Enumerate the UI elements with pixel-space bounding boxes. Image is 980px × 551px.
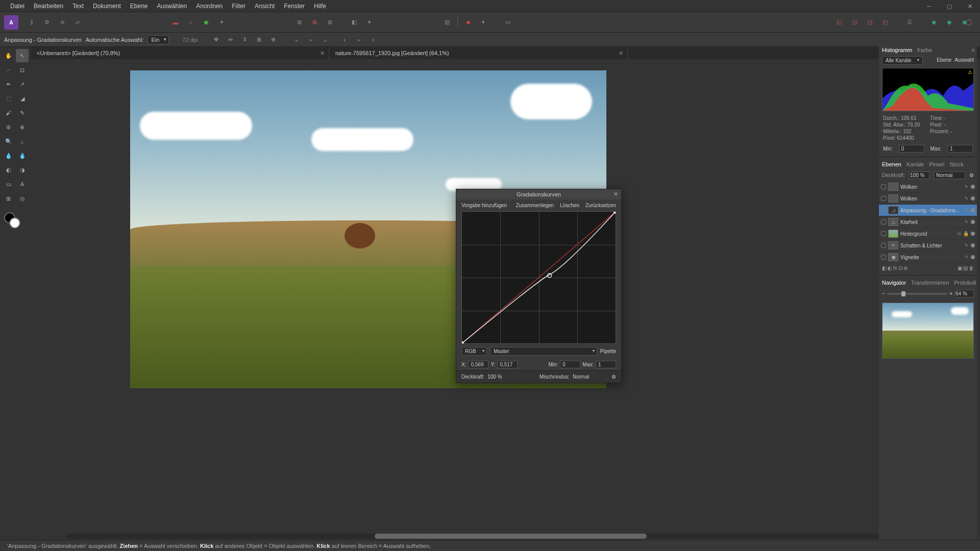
channel-dropdown[interactable]: Alle Kanäle <box>882 56 923 65</box>
layer-dot-icon[interactable] <box>971 243 975 247</box>
blur-tool[interactable]: 💧 <box>16 149 29 162</box>
persona-photo-icon[interactable]: ⟫ <box>24 15 39 30</box>
delete-button[interactable]: Löschen <box>560 203 579 208</box>
align-top-icon[interactable]: ⫞ <box>339 35 350 45</box>
persona-liquify-icon[interactable]: ⚙ <box>40 15 54 30</box>
layer-link-icon[interactable]: ⊕ <box>903 265 908 271</box>
move-tool[interactable]: ↖ <box>16 49 29 62</box>
flip-h-icon[interactable]: ⇔ <box>225 35 235 45</box>
align-middle-icon[interactable]: ⫟ <box>354 35 364 45</box>
close-tab-icon[interactable]: ✕ <box>619 50 623 57</box>
menu-fenster[interactable]: Fenster <box>284 3 305 10</box>
visibility-icon[interactable] <box>881 231 886 236</box>
tab-pinsel[interactable]: Pinsel <box>929 161 944 167</box>
marquee-tool[interactable]: ⬚ <box>2 92 15 105</box>
lasso-tool[interactable]: ⟋ <box>2 63 15 77</box>
layer-row[interactable]: ◼ Vignette ✎ <box>879 252 977 263</box>
link-auswahl[interactable]: Auswahl <box>954 57 974 63</box>
dropdown-icon[interactable]: ▾ <box>362 15 377 30</box>
edit-icon[interactable]: ✎ <box>965 208 969 213</box>
menu-bearbeiten[interactable]: Bearbeiten <box>34 3 63 10</box>
curve-min-input[interactable] <box>560 361 580 368</box>
grid-alt-icon[interactable]: ⊞ <box>323 15 337 30</box>
swatch-red-icon[interactable]: ▬ <box>168 15 183 30</box>
layer-mask-icon[interactable]: ◧ <box>882 265 887 271</box>
pencil-tool[interactable]: ✎ <box>16 106 29 119</box>
layer-adjust-icon[interactable]: ◐ <box>888 265 892 271</box>
tab-ebenen[interactable]: Ebenen <box>882 161 901 167</box>
dialog-close-icon[interactable]: ✕ <box>614 191 618 197</box>
menu-ansicht[interactable]: Ansicht <box>255 3 275 10</box>
curves-graph[interactable] <box>461 211 616 344</box>
layer-dot-icon[interactable] <box>971 185 975 189</box>
gear-icon[interactable]: ⚙ <box>969 172 974 178</box>
camera-icon[interactable]: ▭ <box>501 15 515 30</box>
dodge-tool[interactable]: ◑ <box>16 163 29 177</box>
layer-add-icon[interactable]: ▤ <box>963 265 968 271</box>
minimize-button[interactable]: ─ <box>919 0 939 12</box>
tab-doc2[interactable]: nature-7595617_1920.jpg [Geändert] (64,1… <box>329 47 628 59</box>
chevron-down-icon[interactable]: ▾ <box>476 15 491 30</box>
arrange-4-icon[interactable]: ◰ <box>878 15 892 30</box>
edit-icon[interactable]: ✎ <box>965 184 969 189</box>
min-input[interactable] <box>899 145 924 153</box>
zoom-tool[interactable]: 🔍 <box>2 135 15 148</box>
persona-export-icon[interactable]: ▱ <box>70 15 85 30</box>
grid-off-icon[interactable]: ⊞ <box>307 15 322 30</box>
order-2-icon[interactable]: ◉ <box>942 15 957 30</box>
blend-select[interactable]: Normal <box>573 374 608 380</box>
visibility-icon[interactable] <box>881 208 886 213</box>
maximize-button[interactable]: ▢ <box>939 0 960 12</box>
crop-tool[interactable]: ⊡ <box>16 63 29 77</box>
edit-icon[interactable]: ✎ <box>965 255 969 260</box>
color-wheel-icon[interactable]: ◉ <box>199 15 213 30</box>
app-logo-icon[interactable]: A <box>4 15 18 30</box>
layer-dot-icon[interactable] <box>971 232 975 236</box>
auto-select-dropdown[interactable]: Ein <box>148 35 169 44</box>
fx-icon[interactable]: fx <box>958 231 961 236</box>
gear-icon[interactable]: ⚙ <box>611 374 616 380</box>
crop-tool-icon[interactable]: ▥ <box>440 15 454 30</box>
x-input[interactable] <box>468 361 488 368</box>
shape-tool[interactable]: ▭ <box>2 178 15 191</box>
target-icon[interactable]: ⊕ <box>268 35 278 45</box>
mask-icon[interactable]: ◧ <box>347 15 361 30</box>
add-preset-button[interactable]: Vorgabe hinzufügen <box>461 203 507 208</box>
tab-protokoll[interactable]: Protokoll <box>954 280 976 286</box>
menu-anordnen[interactable]: Anordnen <box>196 3 223 10</box>
tab-stock[interactable]: Stock <box>949 161 964 167</box>
record-icon[interactable]: ◆ <box>461 15 475 30</box>
grid-snap-icon[interactable]: ⊞ <box>254 35 264 45</box>
master-select[interactable]: Master <box>490 347 597 356</box>
h-scrollbar[interactable] <box>66 534 973 539</box>
burn-tool[interactable]: ◐ <box>2 163 15 177</box>
curve-max-input[interactable] <box>596 361 616 368</box>
opacity-input[interactable] <box>909 171 929 179</box>
menu-ebene[interactable]: Ebene <box>130 3 148 10</box>
visibility-icon[interactable] <box>881 255 886 260</box>
text-tool[interactable]: A <box>16 178 29 191</box>
close-button[interactable]: ✕ <box>960 0 980 12</box>
merge-button[interactable]: Zusammenlegen <box>516 203 554 208</box>
menu-datei[interactable]: Datei <box>10 3 24 10</box>
zoom-in-icon[interactable]: + <box>949 291 952 296</box>
menu-filter[interactable]: Filter <box>232 3 246 10</box>
move-icon[interactable]: ✥ <box>211 35 221 45</box>
reset-button[interactable]: Zurücksetzen <box>585 203 616 208</box>
zoom-input[interactable] <box>954 290 974 297</box>
grid-icon[interactable]: ⊞ <box>292 15 306 30</box>
arrange-1-icon[interactable]: ◱ <box>832 15 846 30</box>
pen-tool[interactable]: ✒ <box>2 78 15 91</box>
opacity-select[interactable]: 100 % <box>487 374 513 380</box>
wand-icon[interactable]: ✦ <box>214 15 229 30</box>
clone-tool[interactable]: ⊛ <box>2 120 15 134</box>
edit-icon[interactable]: ✎ <box>965 219 969 224</box>
tab-transformieren[interactable]: Transformieren <box>911 280 949 286</box>
visibility-icon[interactable] <box>881 196 886 201</box>
visibility-icon[interactable] <box>881 243 886 248</box>
layer-row[interactable]: △ Klarheit ✎ <box>879 216 977 228</box>
order-1-icon[interactable]: ◉ <box>927 15 941 30</box>
layer-dot-icon[interactable] <box>971 208 975 212</box>
layer-group-icon[interactable]: ▣ <box>958 265 962 271</box>
align-icon[interactable]: ☰ <box>902 15 917 30</box>
